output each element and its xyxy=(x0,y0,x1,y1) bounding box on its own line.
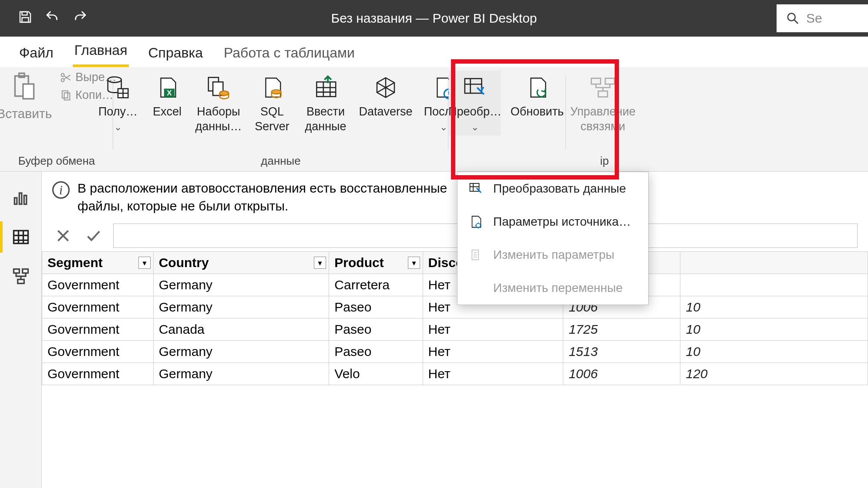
table-row[interactable]: GovernmentGermanyVeloНет1006120 xyxy=(42,363,868,385)
transform-data-button[interactable]: Преобр… ⌄ xyxy=(449,71,501,136)
svg-point-2 xyxy=(788,14,795,21)
model-view-button[interactable] xyxy=(8,263,34,289)
svg-point-16 xyxy=(220,91,229,95)
svg-point-10 xyxy=(108,77,121,82)
save-icon[interactable] xyxy=(17,9,33,28)
dataverse-icon xyxy=(373,73,399,102)
dd-transform-data[interactable]: Преобразовать данные xyxy=(458,172,648,205)
table-row[interactable]: GovernmentGermanyPaseoНет100610 xyxy=(42,296,868,319)
transform-icon xyxy=(461,73,489,102)
sql-server-button[interactable]: SQL Server xyxy=(250,71,294,137)
filter-icon[interactable]: ▾ xyxy=(408,257,420,269)
svg-rect-21 xyxy=(591,78,600,84)
svg-rect-29 xyxy=(22,269,28,273)
titlebar: Без названия — Power BI Desktop Se xyxy=(0,0,868,37)
transform-icon xyxy=(467,180,484,197)
filter-icon[interactable]: ▾ xyxy=(314,257,326,269)
svg-rect-20 xyxy=(465,78,482,93)
table-row[interactable]: GovernmentGermanyCarreteraНет xyxy=(42,274,868,296)
tab-help[interactable]: Справка xyxy=(146,41,205,67)
copy-icon xyxy=(60,89,72,102)
svg-rect-24 xyxy=(14,198,17,204)
svg-rect-5 xyxy=(23,84,34,99)
svg-rect-23 xyxy=(598,91,607,97)
sql-icon xyxy=(259,73,285,102)
data-table: Segment▾ Country▾ Product▾ Discount Band… xyxy=(42,251,868,385)
svg-rect-26 xyxy=(24,196,26,204)
get-data-button[interactable]: Полу… ⌄ xyxy=(96,71,140,136)
cancel-formula-button[interactable] xyxy=(52,225,74,247)
svg-rect-1 xyxy=(22,17,29,22)
main-panel: i В расположении автовосстановления есть… xyxy=(42,172,868,488)
transform-data-dropdown: Преобразовать данные Параметры источника… xyxy=(457,172,649,305)
scissors-icon xyxy=(60,71,72,84)
svg-point-7 xyxy=(61,78,64,81)
svg-rect-22 xyxy=(605,78,614,84)
svg-point-17 xyxy=(272,90,281,94)
report-view-button[interactable] xyxy=(8,185,34,211)
chevron-down-icon: ⌄ xyxy=(440,121,447,133)
excel-button[interactable]: X Excel xyxy=(148,71,187,122)
data-group-label: данные xyxy=(118,154,444,171)
paste-button: Вставить xyxy=(0,106,52,121)
autorecover-infobar: i В расположении автовосстановления есть… xyxy=(42,172,868,220)
filter-icon[interactable]: ▾ xyxy=(138,257,151,269)
col-country[interactable]: Country▾ xyxy=(153,252,329,274)
svg-rect-25 xyxy=(19,193,22,204)
ribbon-group-data: Полу… ⌄ X Excel Наборы данны… SQL Server xyxy=(113,67,448,171)
dd-edit-variables: Изменить переменные xyxy=(458,271,648,305)
datasets-button[interactable]: Наборы данны… xyxy=(195,71,242,137)
manage-relationships-button: Управление связями xyxy=(568,71,638,137)
ribbon-group-queries: Преобр… ⌄ Обновить xyxy=(448,67,566,171)
relationships-icon xyxy=(589,73,617,102)
undo-icon[interactable] xyxy=(44,9,61,28)
tab-file[interactable]: Файл xyxy=(17,41,55,67)
tab-home[interactable]: Главная xyxy=(73,38,129,67)
infobar-message: В расположении автовосстановления есть в… xyxy=(77,180,461,215)
refresh-icon xyxy=(525,73,550,102)
settings-icon xyxy=(467,213,484,230)
clipboard-group-label: Буфер обмена xyxy=(4,154,109,171)
table-row[interactable]: GovernmentGermanyPaseoНет151310 xyxy=(42,341,868,363)
dd-data-source-settings[interactable]: Параметры источника… xyxy=(458,205,648,238)
table-header-row: Segment▾ Country▾ Product▾ Discount Band… xyxy=(42,252,868,274)
col-product[interactable]: Product▾ xyxy=(329,252,423,274)
view-rail xyxy=(0,172,42,488)
enter-data-button[interactable]: Ввести данные xyxy=(302,71,350,137)
datasets-icon xyxy=(204,73,233,102)
search-icon xyxy=(785,11,800,26)
enter-data-icon xyxy=(311,73,340,102)
svg-rect-9 xyxy=(64,93,70,100)
col-segment[interactable]: Segment▾ xyxy=(42,252,154,274)
svg-point-6 xyxy=(61,73,64,76)
svg-text:X: X xyxy=(167,89,172,97)
svg-rect-27 xyxy=(13,230,28,243)
svg-rect-8 xyxy=(62,91,68,98)
svg-rect-28 xyxy=(13,269,19,273)
data-view-button[interactable] xyxy=(8,224,34,250)
ribbon-tabs: Файл Главная Справка Работа с таблицами xyxy=(0,37,868,67)
table-row[interactable]: GovernmentCanadaPaseoНет172510 xyxy=(42,319,868,341)
dd-edit-parameters: Изменить параметры xyxy=(458,238,648,271)
ribbon-group-relationships: Управление связями ip xyxy=(566,67,640,171)
chevron-down-icon: ⌄ xyxy=(114,121,122,133)
excel-icon: X xyxy=(155,73,180,102)
parameters-icon xyxy=(467,246,484,264)
info-icon: i xyxy=(52,181,70,199)
svg-rect-0 xyxy=(22,12,27,15)
tab-table-tools[interactable]: Работа с таблицами xyxy=(222,41,357,67)
dataverse-button[interactable]: Dataverse xyxy=(357,71,414,122)
refresh-button[interactable]: Обновить xyxy=(509,71,565,122)
commit-formula-button[interactable] xyxy=(83,225,104,247)
svg-rect-30 xyxy=(17,279,24,283)
chevron-down-icon: ⌄ xyxy=(471,121,479,133)
col-extra[interactable] xyxy=(680,252,868,274)
svg-rect-18 xyxy=(316,82,336,97)
paste-icon xyxy=(8,71,40,105)
formula-bar xyxy=(42,220,868,251)
redo-icon[interactable] xyxy=(71,9,89,28)
ribbon: Вставить Выре… Копи… Буфер обмена xyxy=(0,67,868,172)
search-placeholder: Se xyxy=(806,11,822,26)
window-title: Без названия — Power BI Desktop xyxy=(0,11,868,26)
search-box[interactable]: Se xyxy=(777,4,868,32)
